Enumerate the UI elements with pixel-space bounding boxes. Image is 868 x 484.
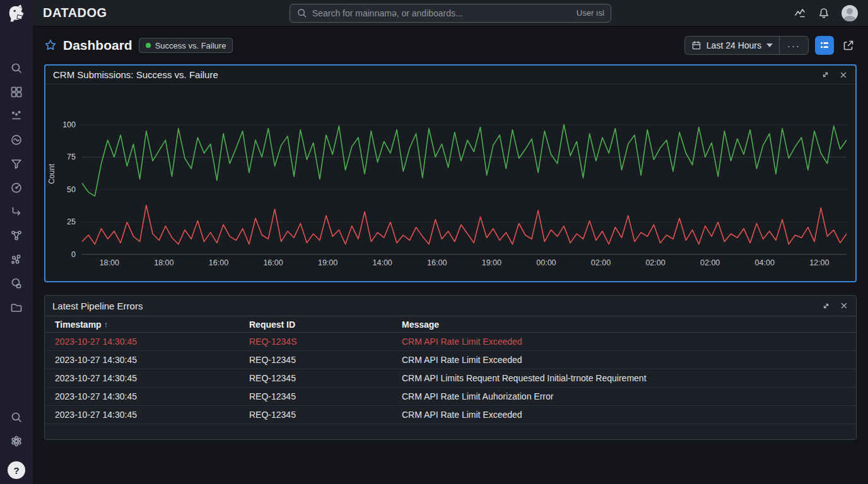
cell-request_id: REQ-12345 bbox=[239, 373, 392, 383]
apps-grid-icon[interactable] bbox=[9, 84, 24, 100]
table-row: 2023-10-27 14:30:45REQ-12345CRM API Limi… bbox=[45, 369, 856, 388]
chart-plot-area bbox=[82, 93, 847, 255]
chart-body: Count 0255075100 18:0018:0016:0016:0019:… bbox=[45, 93, 855, 271]
calendar-icon bbox=[691, 40, 701, 50]
cell-request_id: REQ-12345 bbox=[239, 355, 392, 365]
metrics-icon[interactable] bbox=[9, 108, 24, 124]
cell-message: CRM API Rate Limit Exceeded bbox=[392, 410, 856, 420]
cell-timestamp: 2023-10-27 14:30:45 bbox=[45, 355, 239, 365]
notifications-bell-icon[interactable] bbox=[818, 7, 830, 20]
infrastructure-icon[interactable] bbox=[9, 252, 24, 267]
logs-folder-icon[interactable] bbox=[9, 300, 24, 315]
sidebar-nav bbox=[9, 60, 24, 315]
search-icon[interactable] bbox=[9, 60, 24, 76]
cell-timestamp: 2023-10-27 14:30:45 bbox=[45, 410, 239, 420]
filter-icon[interactable] bbox=[9, 156, 24, 171]
cell-request_id: REQ-12345 bbox=[239, 391, 392, 401]
chevron-down-icon bbox=[766, 43, 773, 47]
topbar-icons bbox=[794, 5, 858, 21]
cell-request_id: REQ-1234S bbox=[239, 337, 392, 347]
page-title: Dashboard bbox=[63, 38, 132, 53]
apm-network-icon[interactable] bbox=[9, 228, 24, 243]
search-shortcut-hint: User ısl bbox=[577, 8, 604, 18]
chart-panel: CRM Submissions: Success vs. Failure Cou… bbox=[44, 64, 857, 282]
close-icon[interactable] bbox=[840, 301, 848, 310]
topbar: DATADOG User ısl bbox=[33, 0, 868, 26]
x-tick-label: 19:00 bbox=[464, 258, 519, 267]
sidebar: ? bbox=[0, 0, 33, 484]
x-tick-label: 00:00 bbox=[519, 258, 574, 267]
pipelines-icon[interactable] bbox=[9, 204, 24, 219]
dashboard-page: Dashboard Success vs. Failure Last 24 Ho… bbox=[33, 26, 868, 484]
y-tick-label: 100 bbox=[62, 120, 76, 129]
y-tick-label: 25 bbox=[67, 217, 76, 226]
x-tick-label: 02:00 bbox=[573, 258, 628, 267]
column-header-request-id[interactable]: Request ID bbox=[239, 320, 392, 330]
user-avatar[interactable] bbox=[842, 5, 858, 21]
table-row: 2023-10-27 14:30:45REQ-12345CRM API Rate… bbox=[45, 388, 856, 406]
lists-view-button[interactable] bbox=[815, 36, 834, 55]
y-axis-label: Count bbox=[47, 164, 56, 184]
x-tick-label: 04:00 bbox=[737, 258, 792, 267]
table-panel-header: Latest Pipeline Errors bbox=[45, 296, 856, 316]
cell-timestamp: 2023-10-27 14:30:45 bbox=[45, 337, 239, 347]
table-panel: Latest Pipeline Errors Timestamp ↑Reques… bbox=[44, 295, 857, 440]
time-range-button[interactable]: Last 24 Hours bbox=[685, 37, 779, 54]
cell-message: CRM API Limits Requent Requested Initial… bbox=[392, 373, 856, 383]
cell-message: CRM API Rate Limit Exceeded bbox=[392, 337, 856, 347]
table-row: 2023-10-27 14:30:45REQ-12345CRM API Rate… bbox=[45, 406, 856, 424]
whats-new-icon[interactable] bbox=[794, 7, 806, 20]
cell-message: CRM API Rate Limit Auhorization Error bbox=[392, 391, 856, 401]
x-tick-label: 18:00 bbox=[137, 258, 192, 267]
datadog-logo[interactable] bbox=[0, 0, 33, 26]
cell-request_id: REQ-12345 bbox=[239, 410, 392, 420]
chart-title: CRM Submissions: Success vs. Failure bbox=[53, 69, 218, 80]
x-tick-label: 14:00 bbox=[355, 258, 410, 267]
table-header-row: Timestamp ↑Request IDMessage bbox=[45, 316, 856, 333]
watchdog-icon[interactable] bbox=[9, 132, 24, 147]
search-icon[interactable] bbox=[9, 410, 24, 425]
y-tick-label: 50 bbox=[67, 185, 76, 194]
search-input[interactable] bbox=[312, 8, 572, 18]
x-tick-label: 18:00 bbox=[82, 258, 137, 267]
search-icon bbox=[296, 8, 307, 18]
time-range-label: Last 24 Hours bbox=[707, 40, 761, 50]
line-chart bbox=[82, 93, 847, 255]
table-row: 2023-10-27 14:30:45REQ-1234SCRM API Rate… bbox=[45, 333, 856, 351]
table-title: Latest Pipeline Errors bbox=[52, 301, 143, 311]
x-tick-label: 02:00 bbox=[628, 258, 683, 267]
header-controls: Last 24 Hours ··· bbox=[684, 36, 857, 55]
table-body: 2023-10-27 14:30:45REQ-1234SCRM API Rate… bbox=[45, 333, 856, 424]
badge-label: Success vs. Failure bbox=[155, 41, 226, 50]
table-row: 2023-10-27 14:30:45REQ-12345CRM API Rate… bbox=[45, 351, 856, 369]
template-variable-badge[interactable]: Success vs. Failure bbox=[139, 38, 233, 53]
global-search: User ısl bbox=[290, 4, 611, 23]
column-header-timestamp[interactable]: Timestamp ↑ bbox=[45, 320, 239, 330]
cell-timestamp: 2023-10-27 14:30:45 bbox=[45, 373, 239, 383]
sidebar-bottom: ? bbox=[8, 410, 25, 479]
x-tick-label: 16:00 bbox=[191, 258, 246, 267]
dashboards-icon[interactable] bbox=[9, 180, 24, 195]
column-header-message[interactable]: Message bbox=[392, 320, 856, 330]
more-options-button[interactable]: ··· bbox=[780, 37, 808, 54]
expand-icon[interactable] bbox=[821, 301, 831, 311]
brand-title: DATADOG bbox=[43, 6, 107, 20]
x-tick-label: 19:00 bbox=[300, 258, 355, 267]
service-catalog-icon[interactable] bbox=[9, 276, 24, 291]
time-range-control: Last 24 Hours ··· bbox=[684, 36, 809, 55]
close-icon[interactable] bbox=[839, 71, 848, 79]
help-button[interactable]: ? bbox=[8, 461, 25, 479]
share-export-icon[interactable] bbox=[840, 37, 857, 54]
settings-gear-icon[interactable] bbox=[9, 434, 24, 449]
dashboard-header: Dashboard Success vs. Failure Last 24 Ho… bbox=[44, 26, 857, 64]
favorite-star-icon[interactable] bbox=[44, 39, 57, 52]
y-tick-label: 75 bbox=[67, 153, 76, 161]
cell-timestamp: 2023-10-27 14:30:45 bbox=[45, 391, 239, 401]
x-tick-label: 12:00 bbox=[792, 258, 847, 267]
cell-message: CRM API Rate Limit Exceeded bbox=[392, 355, 856, 365]
x-tick-label: 16:00 bbox=[246, 258, 301, 267]
series-success bbox=[82, 125, 847, 197]
y-axis: Count 0255075100 bbox=[45, 93, 82, 255]
expand-icon[interactable] bbox=[821, 70, 830, 79]
x-axis-labels: 18:0018:0016:0016:0019:0014:0016:0019:00… bbox=[82, 255, 847, 271]
